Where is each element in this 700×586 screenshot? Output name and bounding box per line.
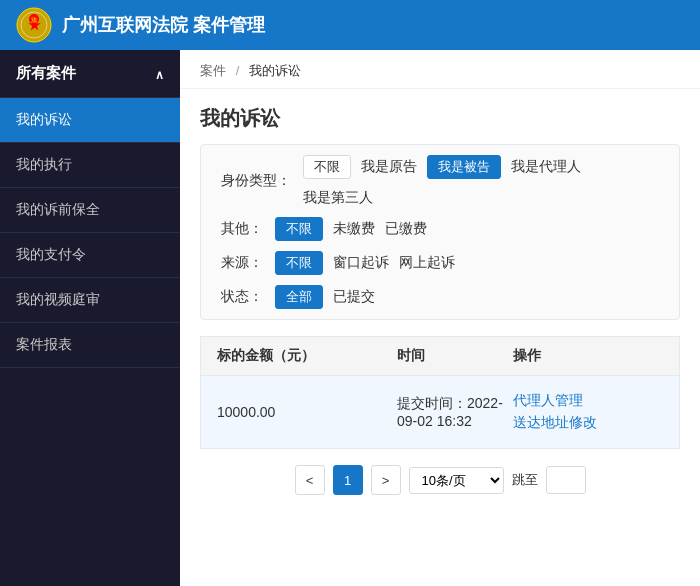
filter-row-identity: 身份类型： 不限 我是原告 我是被告 我是代理人 我是第三人 xyxy=(221,155,659,207)
sidebar-item-my-litigation[interactable]: 我的诉讼 xyxy=(0,98,180,143)
status-btn-submitted[interactable]: 已提交 xyxy=(333,288,375,306)
breadcrumb-separator: / xyxy=(236,63,240,78)
other-btn-unlimited[interactable]: 不限 xyxy=(275,217,323,241)
court-emblem-icon: ★ 法 xyxy=(16,7,52,43)
svg-text:法: 法 xyxy=(31,16,38,23)
main-layout: 所有案件 我的诉讼 我的执行 我的诉前保全 我的支付令 我的视频庭审 案件报表 … xyxy=(0,50,700,586)
source-filter-label: 来源： xyxy=(221,254,263,272)
identity-btn-defendant[interactable]: 我是被告 xyxy=(427,155,501,179)
prev-page-button[interactable]: < xyxy=(295,465,325,495)
pagination: < 1 > 10条/页 20条/页 50条/页 跳至 xyxy=(180,449,700,511)
source-btn-window[interactable]: 窗口起诉 xyxy=(333,254,389,272)
identity-filter-options: 不限 我是原告 我是被告 我是代理人 我是第三人 xyxy=(303,155,659,207)
jump-label: 跳至 xyxy=(512,471,538,489)
col-time: 时间 xyxy=(397,347,513,365)
col-amount: 标的金额（元） xyxy=(217,347,397,365)
action-agent-management[interactable]: 代理人管理 xyxy=(513,392,663,410)
cell-time: 提交时间：2022-09-02 16:32 xyxy=(397,395,513,429)
identity-btn-agent[interactable]: 我是代理人 xyxy=(511,158,581,176)
cell-amount: 10000.00 xyxy=(217,404,397,420)
status-btn-all[interactable]: 全部 xyxy=(275,285,323,309)
sidebar-item-my-video-hearing[interactable]: 我的视频庭审 xyxy=(0,278,180,323)
status-filter-label: 状态： xyxy=(221,288,263,306)
source-filter-options: 不限 窗口起诉 网上起诉 xyxy=(275,251,455,275)
per-page-select[interactable]: 10条/页 20条/页 50条/页 xyxy=(409,467,504,494)
sidebar-item-my-preservation[interactable]: 我的诉前保全 xyxy=(0,188,180,233)
sidebar-item-my-execution[interactable]: 我的执行 xyxy=(0,143,180,188)
table-row: 10000.00 提交时间：2022-09-02 16:32 代理人管理 送达地… xyxy=(200,376,680,449)
filter-section: 身份类型： 不限 我是原告 我是被告 我是代理人 我是第三人 其他： 不限 未缴… xyxy=(200,144,680,320)
table-header: 标的金额（元） 时间 操作 xyxy=(200,336,680,376)
breadcrumb-cases-link[interactable]: 案件 xyxy=(200,63,226,78)
next-page-button[interactable]: > xyxy=(371,465,401,495)
cell-actions: 代理人管理 送达地址修改 xyxy=(513,392,663,432)
identity-filter-label: 身份类型： xyxy=(221,172,291,190)
jump-input[interactable] xyxy=(546,466,586,494)
other-filter-label: 其他： xyxy=(221,220,263,238)
sidebar: 所有案件 我的诉讼 我的执行 我的诉前保全 我的支付令 我的视频庭审 案件报表 xyxy=(0,50,180,586)
filter-row-other: 其他： 不限 未缴费 已缴费 xyxy=(221,217,659,241)
action-address-modify[interactable]: 送达地址修改 xyxy=(513,414,663,432)
other-btn-paid[interactable]: 已缴费 xyxy=(385,220,427,238)
chevron-up-icon xyxy=(155,65,164,82)
identity-btn-unlimited[interactable]: 不限 xyxy=(303,155,351,179)
app-header: ★ 法 广州互联网法院 案件管理 xyxy=(0,0,700,50)
sidebar-item-my-payment-order[interactable]: 我的支付令 xyxy=(0,233,180,278)
app-title: 广州互联网法院 案件管理 xyxy=(62,13,265,37)
other-filter-options: 不限 未缴费 已缴费 xyxy=(275,217,427,241)
source-btn-unlimited[interactable]: 不限 xyxy=(275,251,323,275)
source-btn-online[interactable]: 网上起诉 xyxy=(399,254,455,272)
main-content: 案件 / 我的诉讼 我的诉讼 身份类型： 不限 我是原告 我是被告 我是代理人 … xyxy=(180,50,700,586)
col-actions: 操作 xyxy=(513,347,663,365)
current-page-button[interactable]: 1 xyxy=(333,465,363,495)
page-title: 我的诉讼 xyxy=(180,89,700,144)
other-btn-unpaid[interactable]: 未缴费 xyxy=(333,220,375,238)
case-table: 标的金额（元） 时间 操作 10000.00 提交时间：2022-09-02 1… xyxy=(200,336,680,449)
filter-row-status: 状态： 全部 已提交 xyxy=(221,285,659,309)
filter-row-source: 来源： 不限 窗口起诉 网上起诉 xyxy=(221,251,659,275)
sidebar-section-all-cases[interactable]: 所有案件 xyxy=(0,50,180,98)
identity-btn-plaintiff[interactable]: 我是原告 xyxy=(361,158,417,176)
identity-btn-third-party[interactable]: 我是第三人 xyxy=(303,189,373,207)
status-filter-options: 全部 已提交 xyxy=(275,285,375,309)
sidebar-item-case-report[interactable]: 案件报表 xyxy=(0,323,180,368)
breadcrumb-current: 我的诉讼 xyxy=(249,63,301,78)
breadcrumb: 案件 / 我的诉讼 xyxy=(180,50,700,89)
